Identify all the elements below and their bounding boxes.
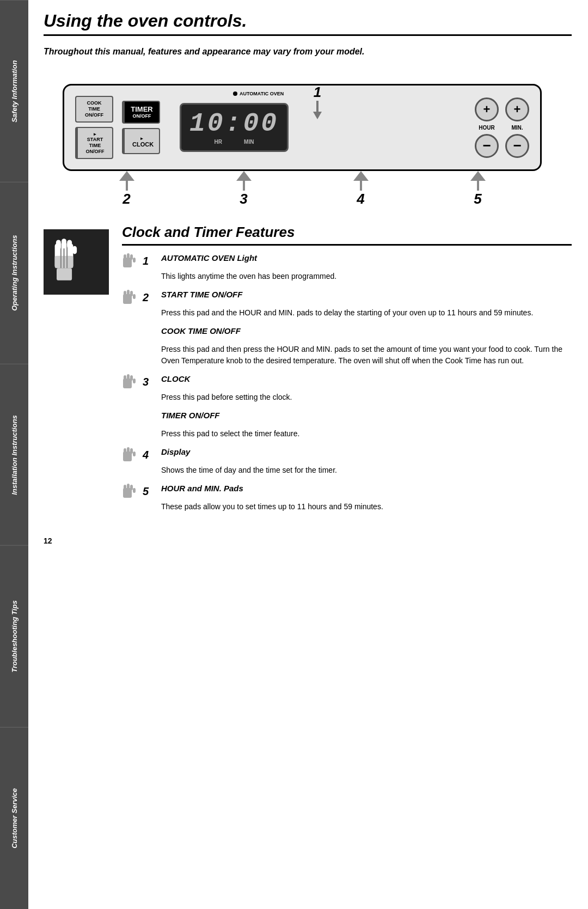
- feature-1-row: 1 AUTOMATIC OVEN Light: [122, 253, 572, 269]
- svg-rect-11: [124, 254, 126, 261]
- oven-diagram: 1 AUTOMATIC OVEN COOK TIME ON/OFF: [63, 84, 553, 208]
- svg-rect-22: [124, 375, 126, 382]
- min-plus-button[interactable]: +: [505, 97, 529, 121]
- svg-rect-29: [127, 447, 130, 454]
- pointer-4: 4: [353, 171, 369, 208]
- feature-4-title: Display: [161, 447, 190, 456]
- clock-timer-section: Clock and Timer Features 1 AUTO: [44, 224, 572, 520]
- feature-4-icon: 4: [122, 447, 155, 462]
- display-area: 10:00 HR MIN: [180, 103, 289, 152]
- sidebar: Safety Information Operating Instruction…: [0, 0, 28, 909]
- pointer-3: 3: [236, 171, 252, 208]
- feature-3-icon: 3: [122, 374, 155, 389]
- button-group-left: COOK TIME ON/OFF ► START TIME ON/OFF: [75, 96, 113, 159]
- min-label: MIN.: [511, 125, 523, 131]
- display-time: 10:00: [189, 111, 279, 137]
- feature-4-row: 4 Display: [122, 447, 572, 462]
- svg-rect-31: [133, 452, 136, 456]
- pointer-2: 2: [119, 171, 134, 208]
- feature-clock: 3 CLOCK Press this pad before setting th…: [122, 374, 572, 403]
- hour-minus-button[interactable]: −: [475, 134, 499, 158]
- section-content: Clock and Timer Features 1 AUTO: [122, 224, 572, 520]
- feature-auto-oven: 1 AUTOMATIC OVEN Light This lights anyti…: [122, 253, 572, 282]
- feature-3-row: 3 CLOCK: [122, 374, 572, 389]
- svg-rect-19: [133, 294, 136, 299]
- feature-5-title: HOUR and MIN. Pads: [161, 484, 243, 493]
- timer-clock-group: TIMER ON/OFF ► CLOCK: [122, 101, 160, 154]
- hour-controls: + HOUR −: [475, 97, 499, 158]
- feature-2-icon: 2: [122, 290, 155, 305]
- svg-rect-18: [130, 291, 133, 296]
- page-number: 12: [44, 536, 572, 545]
- svg-rect-16: [124, 291, 126, 297]
- feature-timer-title: TIMER ON/OFF: [161, 411, 220, 420]
- right-controls: + HOUR − + MIN. −: [475, 97, 529, 158]
- hand-icon: [52, 237, 101, 286]
- feature-1-desc: This lights anytime the oven has been pr…: [161, 271, 572, 282]
- feature-5-row: 5 HOUR and MIN. Pads: [122, 484, 572, 499]
- feature-1-title: AUTOMATIC OVEN Light: [161, 253, 257, 263]
- svg-rect-23: [127, 374, 130, 381]
- feature-5-desc: These pads allow you to set times up to …: [161, 501, 572, 513]
- pointer-5: 5: [470, 171, 486, 208]
- svg-rect-33: [124, 485, 126, 491]
- svg-rect-36: [133, 488, 136, 493]
- sidebar-item-installation: Installation Instructions: [0, 364, 28, 546]
- start-time-button[interactable]: ► START TIME ON/OFF: [75, 127, 113, 159]
- svg-rect-9: [72, 246, 77, 254]
- feature-1-icon: 1: [122, 253, 155, 269]
- svg-rect-13: [130, 254, 133, 260]
- sidebar-item-customer: Customer Service: [0, 727, 28, 909]
- feature-2-desc: Press this pad and the HOUR and MIN. pad…: [161, 307, 572, 319]
- finger-icon-4: [122, 447, 139, 462]
- hand-icon-container: [44, 229, 109, 295]
- svg-rect-8: [67, 240, 72, 249]
- feature-2-row: 2 START TIME ON/OFF: [122, 290, 572, 305]
- feature-timer-row: TIMER ON/OFF: [122, 411, 572, 426]
- svg-rect-2: [57, 268, 72, 280]
- bottom-pointers: 2 3 4 5: [63, 171, 542, 208]
- main-content: Using the oven controls. Throughout this…: [33, 0, 588, 562]
- oven-panel: AUTOMATIC OVEN COOK TIME ON/OFF ► START …: [63, 84, 542, 171]
- auto-oven-label: AUTOMATIC OVEN: [233, 91, 284, 96]
- feature-cook-desc: Press this pad and then press the HOUR a…: [161, 344, 572, 367]
- finger-icon-3: [122, 374, 139, 389]
- display-labels: HR MIN: [215, 139, 254, 145]
- timer-button[interactable]: TIMER ON/OFF: [122, 101, 160, 124]
- feature-hour-min: 5 HOUR and MIN. Pads These pads allow yo…: [122, 484, 572, 513]
- hour-label: HOUR: [479, 125, 494, 131]
- svg-rect-6: [56, 240, 61, 250]
- feature-cook-title: COOK TIME ON/OFF: [161, 326, 241, 335]
- page-subtitle: Throughout this manual, features and app…: [44, 47, 572, 57]
- finger-icon-5: [122, 484, 139, 499]
- svg-rect-25: [133, 379, 136, 383]
- svg-rect-28: [124, 448, 126, 455]
- feature-5-icon: 5: [122, 484, 155, 499]
- sidebar-item-safety: Safety Information: [0, 0, 28, 182]
- cook-time-button[interactable]: COOK TIME ON/OFF: [75, 96, 113, 122]
- clock-button[interactable]: ► CLOCK: [122, 128, 160, 154]
- svg-rect-34: [127, 484, 130, 490]
- finger-icon-2: [122, 290, 139, 305]
- clock-section-title: Clock and Timer Features: [122, 224, 572, 246]
- svg-rect-17: [127, 290, 130, 296]
- sidebar-item-troubleshooting: Troubleshooting Tips: [0, 545, 28, 727]
- feature-start-time: 2 START TIME ON/OFF Press this pad and t…: [122, 290, 572, 319]
- svg-rect-30: [130, 448, 133, 454]
- feature-timer-onoff: TIMER ON/OFF Press this pad to select th…: [122, 411, 572, 440]
- feature-2-title: START TIME ON/OFF: [161, 290, 242, 299]
- feature-cook-row: COOK TIME ON/OFF: [122, 326, 572, 341]
- sidebar-item-operating: Operating Instructions: [0, 182, 28, 364]
- svg-rect-24: [130, 375, 133, 381]
- feature-timer-desc: Press this pad to select the timer featu…: [161, 428, 572, 440]
- svg-rect-35: [130, 485, 133, 490]
- min-controls: + MIN. −: [505, 97, 529, 158]
- page-title: Using the oven controls.: [44, 11, 572, 36]
- min-minus-button[interactable]: −: [505, 134, 529, 158]
- svg-rect-7: [62, 239, 66, 248]
- feature-3-title: CLOCK: [161, 374, 190, 383]
- feature-display: 4 Display Shows the time of day and the …: [122, 447, 572, 476]
- hour-plus-button[interactable]: +: [475, 97, 499, 121]
- finger-icon-1: [122, 253, 139, 269]
- feature-3-desc: Press this pad before setting the clock.: [161, 392, 572, 403]
